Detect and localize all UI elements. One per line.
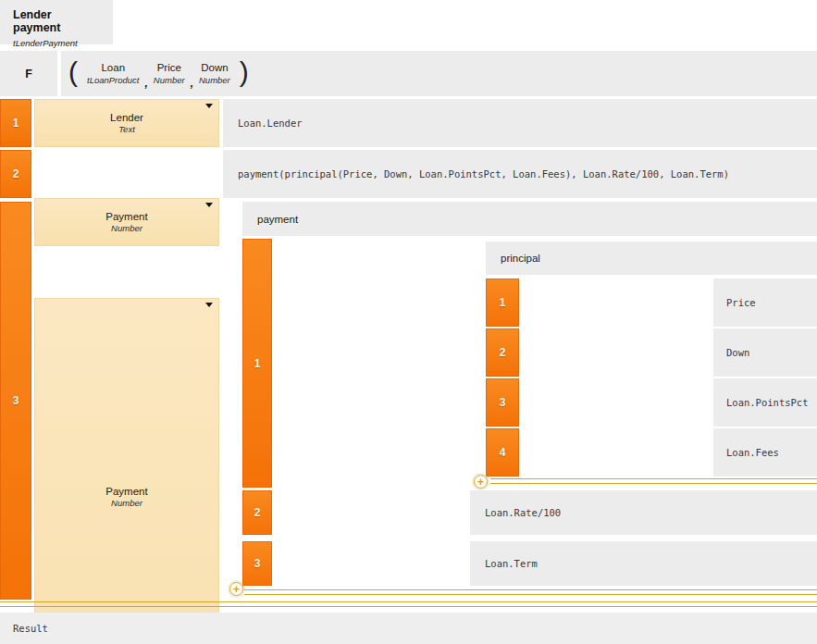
- parameter-name: Loan: [101, 61, 125, 75]
- parameter-type: tLoanProduct: [87, 75, 140, 86]
- row-number[interactable]: 2: [242, 490, 272, 535]
- invocation-header-principal[interactable]: principal: [486, 242, 817, 275]
- parameter-type: Number: [199, 75, 230, 86]
- variable-cell-payment-nested[interactable]: Payment Number: [34, 298, 219, 644]
- add-row-button[interactable]: +: [229, 582, 243, 596]
- variable-type: Text: [118, 124, 135, 135]
- variable-type: Number: [111, 498, 142, 509]
- variable-name: Payment: [105, 210, 147, 223]
- parameter-down[interactable]: Down Number: [193, 61, 236, 86]
- row-number[interactable]: 1: [486, 279, 519, 327]
- variable-cell-lender[interactable]: Lender Text: [34, 99, 219, 147]
- expression-cell-lender[interactable]: Loan.Lender: [223, 99, 817, 147]
- header-divider: [57, 51, 61, 96]
- boxed-expression-editor: Lender payment tLenderPayment F ( Loan t…: [0, 0, 817, 644]
- parameter-price[interactable]: Price Number: [148, 61, 191, 86]
- row-number[interactable]: 1: [0, 99, 31, 147]
- parameter-name: Down: [201, 61, 228, 75]
- expression-cell-downpmt[interactable]: Down: [713, 328, 817, 377]
- function-end-line: [0, 601, 817, 607]
- expression-cell-term[interactable]: Loan.Term: [470, 541, 817, 586]
- row-number[interactable]: 1: [242, 239, 272, 488]
- parameter-type: Number: [154, 75, 185, 86]
- expression-cell-fees[interactable]: Loan.Fees: [713, 428, 817, 477]
- dropdown-icon[interactable]: [205, 203, 213, 207]
- row-number[interactable]: 4: [486, 428, 519, 477]
- invocation-header-payment[interactable]: payment: [242, 202, 817, 236]
- function-title: Lender payment: [13, 8, 100, 34]
- result-cell[interactable]: Result: [0, 613, 817, 644]
- function-kind-cell[interactable]: F: [0, 51, 57, 96]
- payment-block-end-line: [244, 589, 817, 595]
- variable-cell-payment[interactable]: Payment Number: [34, 198, 219, 246]
- dropdown-icon[interactable]: [205, 303, 213, 307]
- dropdown-icon[interactable]: [205, 104, 213, 108]
- function-type: tLenderPayment: [13, 38, 100, 48]
- row-number[interactable]: 3: [486, 378, 519, 427]
- parameter-name: Price: [157, 61, 181, 75]
- expression-cell-rate[interactable]: Loan.Rate/100: [470, 490, 817, 535]
- parameter-signature: ( Loan tLoanProduct , Price Number , Dow…: [65, 51, 253, 96]
- expression-cell-payment-formula[interactable]: payment(principal(Price, Down, Loan.Poin…: [223, 150, 817, 198]
- parameter-loan[interactable]: Loan tLoanProduct: [81, 61, 145, 86]
- variable-type: Number: [111, 223, 142, 234]
- principal-block-end-line: [490, 478, 817, 484]
- variable-name: Lender: [110, 111, 143, 124]
- expression-cell-price[interactable]: Price: [713, 279, 817, 327]
- expression-cell-pointspct[interactable]: Loan.PointsPct: [713, 378, 817, 427]
- row-number[interactable]: 3: [0, 202, 31, 600]
- function-tab[interactable]: Lender payment tLenderPayment: [0, 0, 113, 44]
- open-paren: (: [65, 56, 81, 92]
- row-number[interactable]: 3: [242, 541, 272, 586]
- add-row-button[interactable]: +: [474, 475, 488, 489]
- row-number[interactable]: 2: [486, 328, 519, 377]
- variable-name: Payment: [105, 485, 147, 498]
- close-paren: ): [236, 56, 253, 92]
- row-number[interactable]: 2: [0, 150, 31, 198]
